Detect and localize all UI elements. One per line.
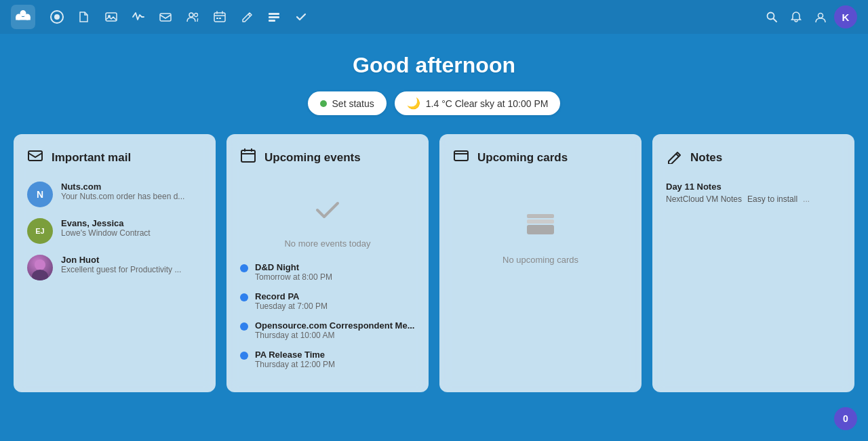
no-cards-text: No upcoming cards <box>502 255 578 265</box>
topbar: K <box>0 0 868 34</box>
svg-rect-12 <box>214 13 225 22</box>
status-bar: Set status 🌙 1.4 °C Clear sky at 10:00 P… <box>308 91 561 115</box>
no-cards-area: No upcoming cards <box>453 182 628 278</box>
nextcloud-logo[interactable] <box>11 5 35 29</box>
greeting-text: Good afternoon <box>353 53 515 78</box>
mail-content-2: Jon Huot Excellent guest for Productivit… <box>61 255 181 274</box>
mail-card-header: Important mail <box>27 148 202 168</box>
cards-grid: Important mail N Nuts.com Your Nuts.com … <box>14 134 854 392</box>
cards-card-title: Upcoming cards <box>477 151 568 165</box>
mail-avatar-2 <box>27 255 53 280</box>
svg-rect-4 <box>16 17 31 20</box>
user-avatar[interactable]: K <box>834 5 857 28</box>
svg-rect-9 <box>160 14 171 21</box>
event-name-1: Record PA <box>255 291 328 301</box>
event-content-3: PA Release Time Thursday at 12:00 PM <box>255 350 335 369</box>
mail-item[interactable]: EJ Evans, Jessica Lowe's Window Contract <box>27 218 202 244</box>
checkmark-icon <box>311 192 344 233</box>
svg-point-10 <box>189 13 193 17</box>
event-content-1: Record PA Tuesday at 7:00 PM <box>255 291 328 311</box>
svg-rect-24 <box>454 151 468 161</box>
svg-rect-26 <box>527 214 554 218</box>
mail-content-1: Evans, Jessica Lowe's Window Contract <box>61 218 151 238</box>
mail-avatar-1: EJ <box>27 218 53 244</box>
event-dot-3 <box>240 352 248 360</box>
svg-rect-17 <box>269 20 275 22</box>
note-tag-0: NextCloud VM Notes <box>666 194 742 204</box>
files-icon[interactable] <box>73 6 95 28</box>
note-title-0: Day 11 Notes <box>666 182 841 192</box>
cards-card-header: Upcoming cards <box>453 148 628 168</box>
event-item-3[interactable]: PA Release Time Thursday at 12:00 PM <box>240 350 415 369</box>
notes-card-icon <box>666 148 682 168</box>
svg-rect-14 <box>219 18 221 19</box>
tasks-nav-icon[interactable] <box>290 6 312 28</box>
svg-rect-23 <box>241 150 255 162</box>
mail-content-0: Nuts.com Your Nuts.com order has been d.… <box>61 182 184 201</box>
svg-rect-16 <box>269 16 279 18</box>
cards-card-icon <box>453 148 469 168</box>
mail-card-title: Important mail <box>52 151 131 165</box>
events-card-header: Upcoming events <box>240 148 415 168</box>
mail-item[interactable]: N Nuts.com Your Nuts.com order has been … <box>27 182 202 207</box>
mail-preview-0: Your Nuts.com order has been d... <box>61 192 184 201</box>
svg-point-21 <box>35 259 45 270</box>
mail-sender-1: Evans, Jessica <box>61 218 151 228</box>
event-item-2[interactable]: Opensource.com Correspondent Me... Thurs… <box>240 320 415 340</box>
mail-avatar-0: N <box>27 182 53 207</box>
cards-stack-icon <box>520 202 561 245</box>
deck-nav-icon[interactable] <box>263 6 285 28</box>
notes-nav-icon[interactable] <box>236 6 258 28</box>
calendar-nav-icon[interactable] <box>209 6 231 28</box>
photos-icon[interactable] <box>100 6 122 28</box>
mail-sender-0: Nuts.com <box>61 182 184 192</box>
activity-icon[interactable] <box>127 6 149 28</box>
svg-rect-13 <box>216 18 218 19</box>
topbar-right: K <box>761 5 857 28</box>
search-icon[interactable] <box>761 6 783 28</box>
mail-sender-2: Jon Huot <box>61 255 181 265</box>
svg-rect-28 <box>527 225 554 234</box>
event-time-1: Tuesday at 7:00 PM <box>255 301 328 311</box>
bottom-badge[interactable]: 0 <box>834 407 857 430</box>
svg-rect-15 <box>269 13 279 15</box>
note-item-0[interactable]: Day 11 Notes NextCloud VM Notes Easy to … <box>666 182 841 204</box>
event-name-3: PA Release Time <box>255 350 335 360</box>
event-name-2: Opensource.com Correspondent Me... <box>255 320 415 331</box>
event-dot-2 <box>240 322 248 331</box>
svg-rect-25 <box>456 151 467 161</box>
svg-point-6 <box>54 14 60 20</box>
event-content-0: D&D Night Tomorrow at 8:00 PM <box>255 262 332 282</box>
event-time-0: Tomorrow at 8:00 PM <box>255 272 332 282</box>
moon-icon: 🌙 <box>407 97 420 110</box>
event-item-1[interactable]: Record PA Tuesday at 7:00 PM <box>240 291 415 311</box>
notifications-icon[interactable] <box>785 6 807 28</box>
no-events-text: No more events today <box>284 238 370 249</box>
no-events-area: No more events today <box>240 182 415 262</box>
weather-label: 1.4 °C Clear sky at 10:00 PM <box>426 98 549 109</box>
weather-pill[interactable]: 🌙 1.4 °C Clear sky at 10:00 PM <box>395 91 561 115</box>
contacts-nav-icon[interactable] <box>182 6 203 28</box>
event-dot-1 <box>240 293 248 301</box>
svg-rect-27 <box>527 219 554 224</box>
event-time-3: Thursday at 12:00 PM <box>255 360 335 369</box>
svg-point-19 <box>818 14 823 18</box>
dashboard-icon[interactable] <box>46 6 68 28</box>
note-tags-0: NextCloud VM Notes Easy to install ... <box>666 194 841 204</box>
cards-card: Upcoming cards No upcoming cards <box>439 134 642 392</box>
mail-preview-2: Excellent guest for Productivity ... <box>61 265 181 274</box>
svg-point-11 <box>195 14 198 17</box>
mail-item[interactable]: Jon Huot Excellent guest for Productivit… <box>27 255 202 280</box>
mail-preview-1: Lowe's Window Contract <box>61 228 151 238</box>
event-dot-0 <box>240 264 248 272</box>
mail-card-icon <box>27 148 43 168</box>
set-status-button[interactable]: Set status <box>308 91 387 115</box>
mail-nav-icon[interactable] <box>155 6 176 28</box>
event-time-2: Thursday at 10:00 AM <box>255 331 415 340</box>
contacts-right-icon[interactable] <box>810 6 831 28</box>
events-card-icon <box>240 148 256 168</box>
status-dot <box>320 100 327 107</box>
event-item-0[interactable]: D&D Night Tomorrow at 8:00 PM <box>240 262 415 282</box>
main-content: Good afternoon Set status 🌙 1.4 °C Clear… <box>0 34 868 392</box>
set-status-label: Set status <box>332 98 374 109</box>
